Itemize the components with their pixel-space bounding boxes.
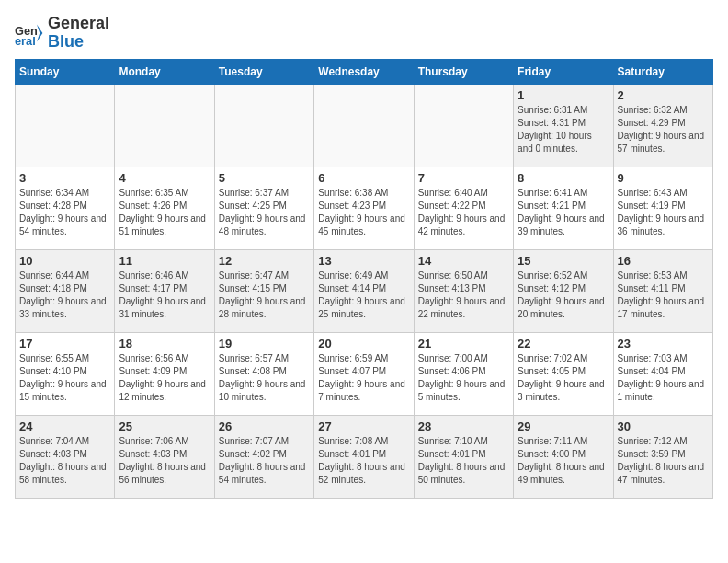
calendar-cell: 28Sunrise: 7:10 AM Sunset: 4:01 PM Dayli… xyxy=(414,415,513,498)
day-info: Sunrise: 6:40 AM Sunset: 4:22 PM Dayligh… xyxy=(418,187,509,238)
logo-text: General Blue xyxy=(48,15,109,52)
calendar-cell: 5Sunrise: 6:37 AM Sunset: 4:25 PM Daylig… xyxy=(214,167,313,249)
day-info: Sunrise: 6:34 AM Sunset: 4:28 PM Dayligh… xyxy=(19,187,110,238)
day-info: Sunrise: 6:38 AM Sunset: 4:23 PM Dayligh… xyxy=(318,187,409,238)
day-info: Sunrise: 7:08 AM Sunset: 4:01 PM Dayligh… xyxy=(318,435,409,487)
calendar-cell xyxy=(214,84,313,167)
dow-header-saturday: Saturday xyxy=(613,59,712,84)
calendar-cell: 19Sunrise: 6:57 AM Sunset: 4:08 PM Dayli… xyxy=(214,332,313,415)
day-number: 26 xyxy=(219,419,310,433)
day-info: Sunrise: 7:12 AM Sunset: 3:59 PM Dayligh… xyxy=(618,435,709,487)
day-number: 30 xyxy=(618,419,709,433)
calendar-cell: 27Sunrise: 7:08 AM Sunset: 4:01 PM Dayli… xyxy=(314,415,414,498)
calendar-cell: 22Sunrise: 7:02 AM Sunset: 4:05 PM Dayli… xyxy=(514,332,613,415)
calendar-week-0: 1Sunrise: 6:31 AM Sunset: 4:31 PM Daylig… xyxy=(16,84,713,167)
calendar-week-1: 3Sunrise: 6:34 AM Sunset: 4:28 PM Daylig… xyxy=(16,167,713,249)
day-number: 3 xyxy=(19,171,110,185)
calendar-cell: 9Sunrise: 6:43 AM Sunset: 4:19 PM Daylig… xyxy=(613,167,712,249)
calendar-cell: 20Sunrise: 6:59 AM Sunset: 4:07 PM Dayli… xyxy=(314,332,414,415)
calendar-cell: 2Sunrise: 6:32 AM Sunset: 4:29 PM Daylig… xyxy=(613,84,712,167)
calendar-cell: 6Sunrise: 6:38 AM Sunset: 4:23 PM Daylig… xyxy=(314,167,414,249)
calendar-cell: 12Sunrise: 6:47 AM Sunset: 4:15 PM Dayli… xyxy=(214,249,313,332)
day-number: 23 xyxy=(618,337,709,350)
dow-header-monday: Monday xyxy=(115,59,214,84)
day-number: 25 xyxy=(119,419,210,433)
calendar-week-2: 10Sunrise: 6:44 AM Sunset: 4:18 PM Dayli… xyxy=(16,249,713,332)
calendar-table: SundayMondayTuesdayWednesdayThursdayFrid… xyxy=(15,59,713,499)
day-info: Sunrise: 6:41 AM Sunset: 4:21 PM Dayligh… xyxy=(518,187,609,238)
day-number: 27 xyxy=(318,419,409,433)
day-number: 16 xyxy=(618,254,709,268)
calendar-cell: 8Sunrise: 6:41 AM Sunset: 4:21 PM Daylig… xyxy=(514,167,613,249)
day-of-week-row: SundayMondayTuesdayWednesdayThursdayFrid… xyxy=(16,59,713,84)
day-info: Sunrise: 7:00 AM Sunset: 4:06 PM Dayligh… xyxy=(418,352,509,404)
day-info: Sunrise: 6:57 AM Sunset: 4:08 PM Dayligh… xyxy=(219,352,310,404)
day-number: 7 xyxy=(418,171,509,185)
calendar-cell: 1Sunrise: 6:31 AM Sunset: 4:31 PM Daylig… xyxy=(514,84,613,167)
day-number: 24 xyxy=(19,419,110,433)
logo-icon: Gen eral xyxy=(15,18,44,48)
calendar-week-3: 17Sunrise: 6:55 AM Sunset: 4:10 PM Dayli… xyxy=(16,332,713,415)
calendar-cell: 13Sunrise: 6:49 AM Sunset: 4:14 PM Dayli… xyxy=(314,249,414,332)
day-info: Sunrise: 6:52 AM Sunset: 4:12 PM Dayligh… xyxy=(518,270,609,321)
day-info: Sunrise: 6:56 AM Sunset: 4:09 PM Dayligh… xyxy=(119,352,210,404)
day-info: Sunrise: 6:46 AM Sunset: 4:17 PM Dayligh… xyxy=(119,270,210,321)
day-info: Sunrise: 6:35 AM Sunset: 4:26 PM Dayligh… xyxy=(119,187,210,238)
svg-text:eral: eral xyxy=(15,34,36,48)
calendar-cell: 14Sunrise: 6:50 AM Sunset: 4:13 PM Dayli… xyxy=(414,249,513,332)
day-number: 2 xyxy=(618,88,709,102)
calendar-cell xyxy=(314,84,414,167)
calendar-cell: 25Sunrise: 7:06 AM Sunset: 4:03 PM Dayli… xyxy=(115,415,214,498)
calendar-cell: 15Sunrise: 6:52 AM Sunset: 4:12 PM Dayli… xyxy=(514,249,613,332)
day-info: Sunrise: 6:31 AM Sunset: 4:31 PM Dayligh… xyxy=(518,104,609,155)
day-info: Sunrise: 6:53 AM Sunset: 4:11 PM Dayligh… xyxy=(618,270,709,321)
day-info: Sunrise: 6:37 AM Sunset: 4:25 PM Dayligh… xyxy=(219,187,310,238)
day-number: 12 xyxy=(219,254,310,268)
calendar-cell: 16Sunrise: 6:53 AM Sunset: 4:11 PM Dayli… xyxy=(613,249,712,332)
day-number: 14 xyxy=(418,254,509,268)
day-number: 15 xyxy=(518,254,609,268)
day-number: 18 xyxy=(119,337,210,350)
day-info: Sunrise: 6:55 AM Sunset: 4:10 PM Dayligh… xyxy=(19,352,110,404)
calendar-cell: 11Sunrise: 6:46 AM Sunset: 4:17 PM Dayli… xyxy=(115,249,214,332)
day-info: Sunrise: 6:47 AM Sunset: 4:15 PM Dayligh… xyxy=(219,270,310,321)
calendar-cell: 18Sunrise: 6:56 AM Sunset: 4:09 PM Dayli… xyxy=(115,332,214,415)
day-number: 13 xyxy=(318,254,409,268)
dow-header-sunday: Sunday xyxy=(16,59,115,84)
calendar-cell: 10Sunrise: 6:44 AM Sunset: 4:18 PM Dayli… xyxy=(16,249,115,332)
day-number: 5 xyxy=(219,171,310,185)
calendar-cell: 26Sunrise: 7:07 AM Sunset: 4:02 PM Dayli… xyxy=(214,415,313,498)
page-header: Gen eral General Blue xyxy=(15,15,713,52)
calendar-cell: 3Sunrise: 6:34 AM Sunset: 4:28 PM Daylig… xyxy=(16,167,115,249)
calendar-body: 1Sunrise: 6:31 AM Sunset: 4:31 PM Daylig… xyxy=(16,84,713,498)
day-info: Sunrise: 6:50 AM Sunset: 4:13 PM Dayligh… xyxy=(418,270,509,321)
day-number: 28 xyxy=(418,419,509,433)
day-info: Sunrise: 7:06 AM Sunset: 4:03 PM Dayligh… xyxy=(119,435,210,487)
calendar-cell xyxy=(16,84,115,167)
dow-header-tuesday: Tuesday xyxy=(214,59,313,84)
calendar-cell: 7Sunrise: 6:40 AM Sunset: 4:22 PM Daylig… xyxy=(414,167,513,249)
day-info: Sunrise: 7:03 AM Sunset: 4:04 PM Dayligh… xyxy=(618,352,709,404)
day-number: 6 xyxy=(318,171,409,185)
day-number: 1 xyxy=(518,88,609,102)
calendar-cell: 17Sunrise: 6:55 AM Sunset: 4:10 PM Dayli… xyxy=(16,332,115,415)
day-number: 8 xyxy=(518,171,609,185)
day-info: Sunrise: 6:49 AM Sunset: 4:14 PM Dayligh… xyxy=(318,270,409,321)
day-number: 11 xyxy=(119,254,210,268)
calendar-cell: 24Sunrise: 7:04 AM Sunset: 4:03 PM Dayli… xyxy=(16,415,115,498)
day-number: 10 xyxy=(19,254,110,268)
day-number: 19 xyxy=(219,337,310,350)
dow-header-thursday: Thursday xyxy=(414,59,513,84)
dow-header-friday: Friday xyxy=(514,59,613,84)
day-info: Sunrise: 7:04 AM Sunset: 4:03 PM Dayligh… xyxy=(19,435,110,487)
dow-header-wednesday: Wednesday xyxy=(314,59,414,84)
calendar-cell xyxy=(414,84,513,167)
day-number: 17 xyxy=(19,337,110,350)
calendar-cell: 30Sunrise: 7:12 AM Sunset: 3:59 PM Dayli… xyxy=(613,415,712,498)
day-info: Sunrise: 6:32 AM Sunset: 4:29 PM Dayligh… xyxy=(618,104,709,155)
day-number: 4 xyxy=(119,171,210,185)
day-info: Sunrise: 7:02 AM Sunset: 4:05 PM Dayligh… xyxy=(518,352,609,404)
calendar-cell xyxy=(115,84,214,167)
calendar-week-4: 24Sunrise: 7:04 AM Sunset: 4:03 PM Dayli… xyxy=(16,415,713,498)
day-info: Sunrise: 6:44 AM Sunset: 4:18 PM Dayligh… xyxy=(19,270,110,321)
